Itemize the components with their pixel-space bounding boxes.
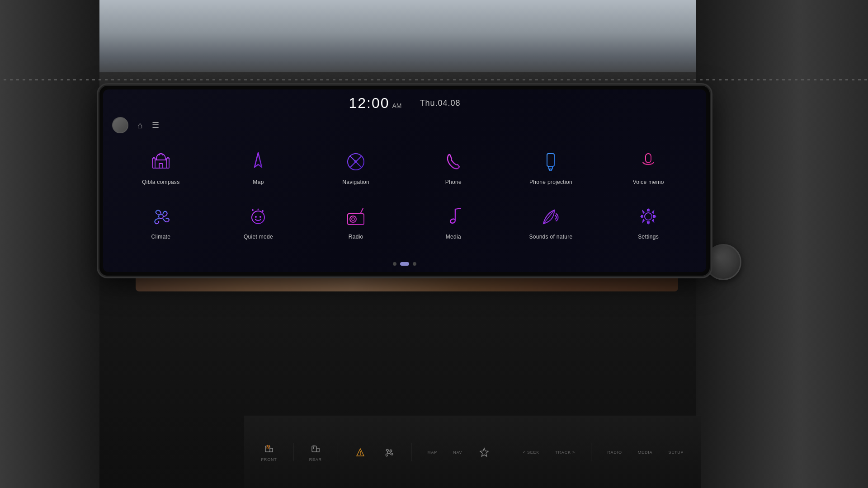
svg-rect-3 [167,158,169,168]
app-qibla-compass[interactable]: Qibla compass [112,144,210,191]
svg-point-27 [350,216,356,222]
app-sounds-nature[interactable]: Sounds of nature [502,198,600,245]
page-dot-1[interactable] [393,262,396,266]
app-label-sounds-nature: Sounds of nature [529,234,572,241]
page-dot-2[interactable] [400,262,409,266]
voice-memo-icon [635,148,662,175]
dashboard-stitching [0,79,868,80]
svg-rect-37 [641,215,643,218]
svg-point-16 [159,214,163,219]
svg-rect-36 [647,222,650,224]
app-media[interactable]: Media [405,198,502,245]
top-nav: ⌂ ☰ [103,115,706,135]
app-label-qibla: Qibla compass [142,179,179,186]
nav-btn-label: NAV [453,450,462,455]
svg-rect-38 [654,215,656,218]
svg-rect-10 [547,154,554,166]
menu-icon[interactable]: ☰ [152,120,159,130]
svg-point-34 [645,213,652,220]
fan-control-btn[interactable] [382,446,395,459]
seat-heat-rear-icon [309,443,322,455]
infotainment-screen: 12:00 AM Thu.04.08 ⌂ ☰ [103,89,706,272]
svg-rect-11 [550,169,552,171]
seat-heat-front-icon [263,443,275,455]
app-quiet-mode[interactable]: Quiet mode [210,198,307,245]
map-icon [245,148,272,175]
app-settings[interactable]: Settings [599,198,697,245]
app-label-voice-memo: Voice memo [633,179,664,186]
app-label-phone-projection: Phone projection [529,179,572,186]
seat-heat-front-btn[interactable]: FRONT [261,443,277,462]
divider-5 [591,443,591,461]
app-phone[interactable]: Phone [405,144,502,191]
app-label-map: Map [253,179,264,186]
seek-back-label: < SEEK [523,450,540,455]
console-area: FRONT REAR [244,416,701,488]
left-pillar [0,0,99,488]
app-label-media: Media [446,234,461,241]
app-navigation[interactable]: Navigation [307,144,405,191]
media-btn[interactable]: MEDIA [638,450,653,455]
favorite-btn[interactable] [478,446,491,459]
svg-line-26 [360,208,363,214]
svg-point-17 [252,211,264,224]
divider-4 [507,443,507,461]
nav-btn[interactable]: NAV [453,450,462,455]
page-dot-3[interactable] [413,262,416,266]
app-phone-projection[interactable]: Phone projection [502,144,600,191]
seat-heat-rear-label: REAR [309,457,322,462]
time: 12:00 [349,95,389,112]
map-btn[interactable]: MAP [427,450,437,455]
svg-point-43 [360,454,361,455]
svg-line-33 [455,208,461,209]
star-icon [478,446,491,459]
app-label-navigation: Navigation [342,179,369,186]
app-label-settings: Settings [638,234,659,241]
app-map[interactable]: Map [210,144,307,191]
svg-point-28 [352,218,354,221]
media-btn-label: MEDIA [638,450,653,455]
phone-projection-icon [537,148,564,175]
app-label-phone: Phone [445,179,462,186]
home-icon[interactable]: ⌂ [137,120,143,131]
seek-back-btn[interactable]: < SEEK [523,450,540,455]
screen-bezel: 12:00 AM Thu.04.08 ⌂ ☰ [99,86,710,276]
sounds-nature-icon [537,203,564,230]
divider-1 [293,443,293,461]
settings-icon [635,203,662,230]
radio-icon [342,203,369,230]
user-avatar[interactable] [112,117,128,133]
svg-rect-1 [159,164,163,168]
setup-btn-label: SETUP [668,450,684,455]
track-forward-label: TRACK > [555,450,575,455]
setup-btn[interactable]: SETUP [668,450,684,455]
svg-rect-35 [647,209,650,211]
volume-knob[interactable] [705,244,741,280]
seat-heat-front-label: FRONT [261,457,277,462]
svg-rect-2 [153,158,155,168]
svg-point-22 [262,210,264,212]
svg-point-21 [258,209,259,210]
seat-heat-rear-btn[interactable]: REAR [309,443,322,462]
divider-3 [411,443,411,461]
map-btn-label: MAP [427,450,437,455]
app-radio[interactable]: Radio [307,198,405,245]
divider-2 [338,443,338,461]
radio-btn-label: RADIO [607,450,622,455]
app-climate[interactable]: Climate [112,198,210,245]
fan-control-icon [382,446,395,459]
svg-point-9 [354,160,357,163]
nav-triangle-icon [354,446,367,459]
svg-marker-5 [255,153,262,167]
app-voice-memo[interactable]: Voice memo [599,144,697,191]
app-grid: Qibla compass [103,135,706,258]
quiet-mode-icon [245,203,272,230]
page-indicators [103,258,706,272]
time-display: 12:00 AM [349,95,401,112]
radio-btn[interactable]: RADIO [607,450,622,455]
phone-icon [440,148,467,175]
track-forward-btn[interactable]: TRACK > [555,450,575,455]
media-icon [440,203,467,230]
nav-triangle-btn[interactable] [354,446,367,459]
svg-marker-45 [480,448,488,456]
